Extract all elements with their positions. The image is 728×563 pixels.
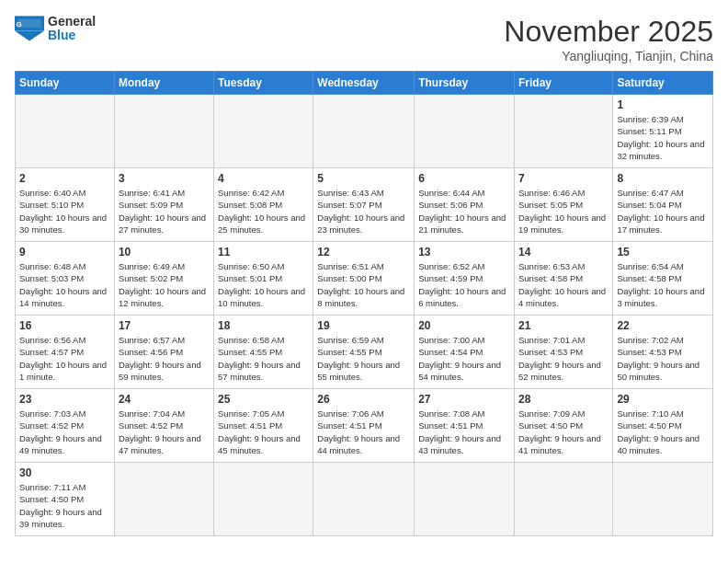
day-info: Sunrise: 6:48 AM Sunset: 5:03 PM Dayligh… (19, 260, 110, 309)
calendar-cell (613, 463, 713, 536)
calendar-cell: 14Sunrise: 6:53 AM Sunset: 4:58 PM Dayli… (514, 242, 612, 316)
day-info: Sunrise: 7:10 AM Sunset: 4:50 PM Dayligh… (617, 408, 709, 456)
day-info: Sunrise: 7:00 AM Sunset: 4:54 PM Dayligh… (418, 334, 510, 383)
day-info: Sunrise: 6:42 AM Sunset: 5:08 PM Dayligh… (218, 187, 309, 236)
title-block: November 2025 Yangliuqing, Tianjin, Chin… (504, 15, 713, 63)
weekday-header-row: SundayMondayTuesdayWednesdayThursdayFrid… (16, 72, 713, 95)
day-number: 29 (617, 393, 709, 406)
header: G General Blue November 2025 Yangliuqing… (15, 15, 713, 63)
day-info: Sunrise: 7:06 AM Sunset: 4:51 PM Dayligh… (317, 408, 410, 456)
day-number: 10 (119, 246, 210, 259)
day-info: Sunrise: 7:03 AM Sunset: 4:52 PM Dayligh… (19, 408, 110, 456)
calendar-cell (415, 463, 515, 536)
day-number: 5 (317, 172, 410, 185)
weekday-header-monday: Monday (114, 72, 213, 95)
calendar-cell: 11Sunrise: 6:50 AM Sunset: 5:01 PM Dayli… (214, 242, 313, 316)
calendar-cell: 27Sunrise: 7:08 AM Sunset: 4:51 PM Dayli… (415, 389, 515, 463)
calendar-week-0: 1Sunrise: 6:39 AM Sunset: 5:11 PM Daylig… (16, 95, 713, 168)
day-number: 21 (518, 319, 609, 332)
day-number: 23 (19, 393, 110, 406)
day-number: 1 (617, 98, 709, 111)
logo-icon: G (15, 16, 44, 41)
day-info: Sunrise: 6:49 AM Sunset: 5:02 PM Dayligh… (119, 260, 210, 309)
month-title: November 2025 (504, 15, 713, 49)
day-number: 17 (119, 319, 210, 332)
calendar-cell (514, 463, 612, 536)
day-info: Sunrise: 6:52 AM Sunset: 4:59 PM Dayligh… (418, 260, 510, 309)
calendar-cell: 12Sunrise: 6:51 AM Sunset: 5:00 PM Dayli… (313, 242, 415, 316)
day-info: Sunrise: 7:04 AM Sunset: 4:52 PM Dayligh… (119, 408, 210, 456)
calendar-cell (313, 463, 415, 536)
day-number: 8 (617, 172, 709, 185)
day-info: Sunrise: 7:11 AM Sunset: 4:50 PM Dayligh… (19, 481, 110, 530)
calendar-cell: 23Sunrise: 7:03 AM Sunset: 4:52 PM Dayli… (16, 389, 115, 463)
day-info: Sunrise: 6:53 AM Sunset: 4:58 PM Dayligh… (518, 260, 609, 309)
calendar-week-2: 9Sunrise: 6:48 AM Sunset: 5:03 PM Daylig… (16, 242, 713, 316)
weekday-header-sunday: Sunday (16, 72, 115, 95)
day-number: 9 (19, 246, 110, 259)
calendar-cell (16, 95, 115, 168)
day-number: 2 (19, 172, 110, 185)
day-number: 14 (518, 246, 609, 259)
day-info: Sunrise: 7:09 AM Sunset: 4:50 PM Dayligh… (518, 408, 609, 456)
day-number: 25 (218, 393, 309, 406)
day-info: Sunrise: 6:59 AM Sunset: 4:55 PM Dayligh… (317, 334, 410, 383)
day-number: 4 (218, 172, 309, 185)
day-number: 19 (317, 319, 410, 332)
calendar-cell: 8Sunrise: 6:47 AM Sunset: 5:04 PM Daylig… (613, 168, 713, 242)
calendar-cell: 1Sunrise: 6:39 AM Sunset: 5:11 PM Daylig… (613, 95, 713, 168)
day-number: 26 (317, 393, 410, 406)
day-number: 15 (617, 246, 709, 259)
logo-text: General Blue (48, 15, 96, 43)
calendar-table: SundayMondayTuesdayWednesdayThursdayFrid… (15, 71, 713, 536)
day-number: 22 (617, 319, 709, 332)
day-info: Sunrise: 6:56 AM Sunset: 4:57 PM Dayligh… (19, 334, 110, 383)
calendar-cell: 16Sunrise: 6:56 AM Sunset: 4:57 PM Dayli… (16, 316, 115, 389)
calendar-cell: 10Sunrise: 6:49 AM Sunset: 5:02 PM Dayli… (114, 242, 213, 316)
day-number: 24 (119, 393, 210, 406)
day-info: Sunrise: 6:47 AM Sunset: 5:04 PM Dayligh… (617, 187, 709, 236)
location-subtitle: Yangliuqing, Tianjin, China (504, 49, 713, 63)
day-info: Sunrise: 7:01 AM Sunset: 4:53 PM Dayligh… (518, 334, 609, 383)
calendar-cell: 6Sunrise: 6:44 AM Sunset: 5:06 PM Daylig… (415, 168, 515, 242)
calendar-cell: 20Sunrise: 7:00 AM Sunset: 4:54 PM Dayli… (415, 316, 515, 389)
day-number: 28 (518, 393, 609, 406)
day-number: 12 (317, 246, 410, 259)
weekday-header-wednesday: Wednesday (313, 72, 415, 95)
calendar-cell (514, 95, 612, 168)
weekday-header-tuesday: Tuesday (214, 72, 313, 95)
day-info: Sunrise: 6:50 AM Sunset: 5:01 PM Dayligh… (218, 260, 309, 309)
calendar-cell: 25Sunrise: 7:05 AM Sunset: 4:51 PM Dayli… (214, 389, 313, 463)
day-info: Sunrise: 6:44 AM Sunset: 5:06 PM Dayligh… (418, 187, 510, 236)
calendar-cell: 9Sunrise: 6:48 AM Sunset: 5:03 PM Daylig… (16, 242, 115, 316)
calendar-cell: 21Sunrise: 7:01 AM Sunset: 4:53 PM Dayli… (514, 316, 612, 389)
calendar-week-1: 2Sunrise: 6:40 AM Sunset: 5:10 PM Daylig… (16, 168, 713, 242)
weekday-header-thursday: Thursday (415, 72, 515, 95)
calendar-cell (214, 95, 313, 168)
day-number: 6 (418, 172, 510, 185)
calendar-cell: 30Sunrise: 7:11 AM Sunset: 4:50 PM Dayli… (16, 463, 115, 536)
day-number: 16 (19, 319, 110, 332)
calendar-cell: 17Sunrise: 6:57 AM Sunset: 4:56 PM Dayli… (114, 316, 213, 389)
calendar-cell: 26Sunrise: 7:06 AM Sunset: 4:51 PM Dayli… (313, 389, 415, 463)
calendar-cell: 7Sunrise: 6:46 AM Sunset: 5:05 PM Daylig… (514, 168, 612, 242)
svg-marker-1 (15, 31, 44, 41)
day-info: Sunrise: 6:39 AM Sunset: 5:11 PM Dayligh… (617, 113, 709, 162)
weekday-header-friday: Friday (514, 72, 612, 95)
calendar-cell: 28Sunrise: 7:09 AM Sunset: 4:50 PM Dayli… (514, 389, 612, 463)
calendar-cell: 3Sunrise: 6:41 AM Sunset: 5:09 PM Daylig… (114, 168, 213, 242)
day-number: 27 (418, 393, 510, 406)
calendar-cell: 15Sunrise: 6:54 AM Sunset: 4:58 PM Dayli… (613, 242, 713, 316)
logo: G General Blue (15, 15, 96, 43)
day-number: 3 (119, 172, 210, 185)
day-info: Sunrise: 7:02 AM Sunset: 4:53 PM Dayligh… (617, 334, 709, 383)
calendar-cell (415, 95, 515, 168)
calendar-cell (214, 463, 313, 536)
calendar-cell: 4Sunrise: 6:42 AM Sunset: 5:08 PM Daylig… (214, 168, 313, 242)
day-number: 30 (19, 466, 110, 479)
calendar-cell (114, 95, 213, 168)
calendar-week-3: 16Sunrise: 6:56 AM Sunset: 4:57 PM Dayli… (16, 316, 713, 389)
calendar-week-4: 23Sunrise: 7:03 AM Sunset: 4:52 PM Dayli… (16, 389, 713, 463)
calendar-cell: 24Sunrise: 7:04 AM Sunset: 4:52 PM Dayli… (114, 389, 213, 463)
calendar-cell: 29Sunrise: 7:10 AM Sunset: 4:50 PM Dayli… (613, 389, 713, 463)
